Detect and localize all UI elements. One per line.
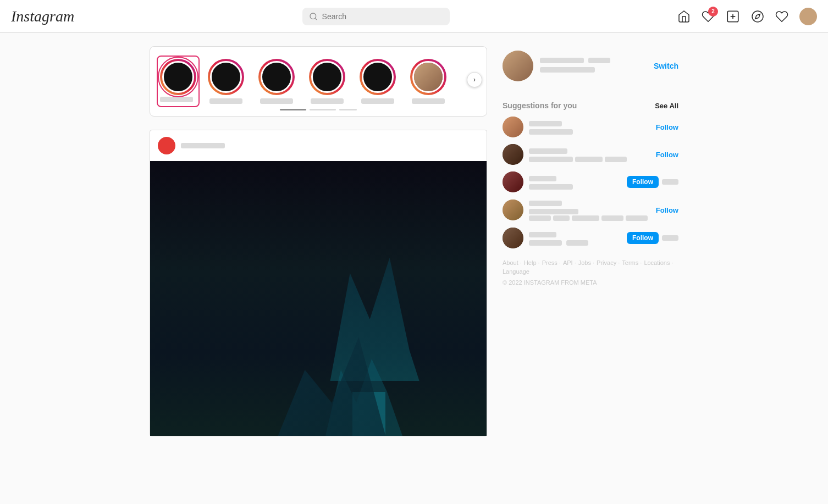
- suggestion-item-5: Follow: [503, 228, 678, 248]
- suggestions-header: Suggestions for you See All: [503, 101, 678, 110]
- suggestion-username-3: [529, 176, 556, 181]
- story-item-2[interactable]: [202, 59, 250, 104]
- suggestion-avatar-5: [503, 228, 523, 248]
- svg-point-0: [310, 13, 316, 19]
- story-avatar-3: [261, 61, 292, 93]
- suggestion-follow-3[interactable]: Follow: [627, 176, 659, 188]
- suggestion-item-3: Follow: [503, 171, 678, 192]
- profile-widget: Switch: [503, 51, 678, 90]
- story-label-4: [311, 98, 344, 104]
- story-avatar-6: [412, 61, 444, 93]
- story-label-5: [361, 98, 394, 104]
- suggestion-avatar-2: [503, 144, 523, 165]
- story-label-1: [160, 97, 193, 102]
- footer-link-api[interactable]: API: [563, 259, 576, 266]
- suggestion-item-1: Follow: [503, 117, 678, 137]
- suggestion-meta-5: [529, 240, 621, 246]
- story-avatar-1: [162, 61, 194, 93]
- suggestion-info-2: [529, 147, 650, 162]
- post-image: [150, 161, 487, 436]
- post-image-inner: [150, 161, 487, 436]
- suggestion-username-2: [529, 148, 567, 154]
- suggestion-follow-2[interactable]: Follow: [656, 151, 678, 159]
- home-button[interactable]: [677, 10, 691, 23]
- suggestion-meta-1: [529, 129, 650, 135]
- post-avatar: [158, 137, 175, 154]
- post-card: [150, 130, 487, 436]
- story-item-1[interactable]: [157, 56, 200, 107]
- suggestions-section: Suggestions for you See All Follow: [503, 101, 678, 248]
- instagram-logo: Instagram: [11, 8, 74, 25]
- avatar: [799, 8, 817, 25]
- story-item-4[interactable]: [303, 59, 351, 104]
- suggestion-meta-2: [529, 157, 650, 162]
- scroll-dot-3: [339, 109, 357, 110]
- story-item-5[interactable]: [354, 59, 402, 104]
- right-column: Switch Suggestions for you See All Fol: [503, 46, 678, 436]
- suggestion-follow-1[interactable]: Follow: [656, 123, 678, 131]
- story-avatar-2: [210, 61, 242, 93]
- suggestions-title: Suggestions for you: [503, 101, 577, 110]
- notifications-button[interactable]: 2: [702, 10, 715, 23]
- suggestion-item-2: Follow: [503, 144, 678, 165]
- suggestion-info-3: [529, 174, 621, 190]
- post-header: [150, 130, 487, 161]
- search-input[interactable]: [322, 12, 443, 21]
- story-label-3: [260, 98, 293, 104]
- stories-bar: ›: [150, 46, 487, 117]
- story-avatar-5: [362, 61, 394, 93]
- footer-link-locations[interactable]: Locations: [644, 259, 673, 266]
- footer-link-help[interactable]: Help: [524, 259, 540, 266]
- scroll-dot-2: [310, 109, 336, 110]
- footer-link-about[interactable]: About: [503, 259, 522, 266]
- suggestion-info-1: [529, 119, 650, 135]
- footer-link-jobs[interactable]: Jobs: [578, 259, 594, 266]
- footer-links: About Help Press API Jobs Privacy Terms …: [503, 259, 678, 275]
- suggestion-username-4: [529, 201, 562, 206]
- explore-button[interactable]: [751, 10, 764, 23]
- nav-icons: 2: [677, 8, 817, 25]
- profile-username: [540, 58, 584, 63]
- scroll-dot-1: [280, 109, 306, 110]
- navbar: Instagram 2: [0, 0, 828, 33]
- story-avatar-4: [311, 61, 343, 93]
- story-item-3[interactable]: [252, 59, 301, 104]
- svg-marker-6: [755, 14, 760, 18]
- post-area: [150, 130, 487, 436]
- profile-username-row: [540, 58, 647, 63]
- notification-badge: 2: [708, 7, 718, 16]
- story-label-2: [209, 98, 242, 104]
- svg-point-5: [752, 11, 763, 22]
- profile-fullname: [588, 58, 610, 63]
- suggestion-info-4: [529, 199, 650, 221]
- search-bar[interactable]: [302, 8, 450, 25]
- post-username: [181, 143, 225, 148]
- suggestion-avatar-4: [503, 200, 523, 220]
- suggestion-follow-4[interactable]: Follow: [656, 206, 678, 214]
- stories-next-button[interactable]: ›: [467, 72, 482, 87]
- new-post-button[interactable]: [726, 9, 740, 24]
- suggestion-meta-4: [529, 209, 650, 214]
- profile-button[interactable]: [799, 8, 817, 25]
- see-all-button[interactable]: See All: [655, 102, 678, 110]
- profile-avatar: [503, 51, 533, 81]
- switch-button[interactable]: Switch: [654, 62, 678, 70]
- profile-name-full: [540, 67, 595, 73]
- likes-button[interactable]: [775, 10, 788, 23]
- footer-link-press[interactable]: Press: [542, 259, 561, 266]
- story-item-6[interactable]: [404, 59, 452, 104]
- suggestion-item-4: Follow: [503, 199, 678, 221]
- suggestion-follow-5[interactable]: Follow: [627, 232, 659, 244]
- suggestion-avatar-3: [503, 171, 523, 192]
- left-column: ›: [150, 46, 487, 436]
- footer-link-privacy[interactable]: Privacy: [597, 259, 620, 266]
- footer-link-terms[interactable]: Terms: [622, 259, 642, 266]
- footer-copyright: © 2022 INSTAGRAM FROM META: [503, 279, 678, 286]
- suggestion-info-5: [529, 230, 621, 246]
- svg-line-1: [315, 18, 317, 20]
- sidebar-footer: About Help Press API Jobs Privacy Terms …: [503, 259, 678, 286]
- footer-link-language[interactable]: Language: [503, 268, 529, 275]
- suggestion-username-5: [529, 232, 556, 237]
- suggestion-avatar-1: [503, 117, 523, 137]
- story-label-6: [412, 98, 445, 104]
